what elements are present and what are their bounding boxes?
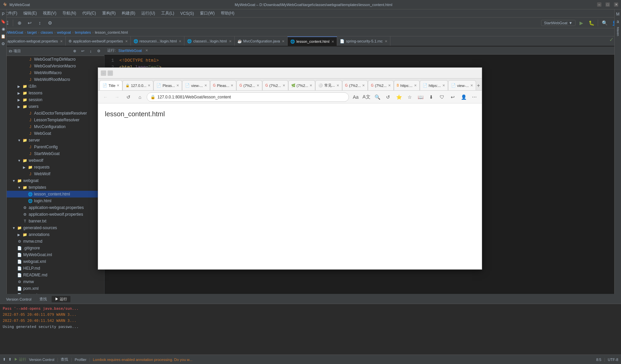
- tree-item-templates-folder[interactable]: ▼ 📁 templates: [7, 184, 104, 191]
- status-vcs[interactable]: Version Control: [29, 358, 54, 362]
- tree-btn-3[interactable]: ↕: [87, 48, 94, 55]
- bottom-tab-versioncontrol[interactable]: Version Control: [3, 297, 35, 302]
- browser-tool-reader[interactable]: 📖: [416, 92, 425, 102]
- tree-item-generated-sources[interactable]: ▼ 📁 generated-sources: [7, 224, 104, 231]
- tree-item-webwolfmacro[interactable]: J WebWolfMacro: [7, 69, 104, 76]
- tab-mvcconfiguration[interactable]: ☕ MvcConfiguration.java ✕: [235, 36, 288, 46]
- debug-button[interactable]: 🐛: [587, 19, 596, 27]
- menu-view[interactable]: 视图(V): [40, 10, 59, 17]
- browser-tab-close-8[interactable]: ✕: [309, 84, 312, 87]
- tree-item-users[interactable]: ▶ 📁 users: [7, 103, 104, 110]
- browser-tab-view-2[interactable]: 📄 view-... ✕: [448, 80, 476, 90]
- browser-minimize-button[interactable]: –: [101, 70, 106, 76]
- run-config-selector[interactable]: StartWebGoat ▼: [541, 20, 575, 26]
- browser-tab-7pc2-2[interactable]: G (7%2... ✕: [262, 80, 288, 90]
- tree-item-mvnw-cmd[interactable]: ⚙ mvnw.cmd: [7, 238, 104, 245]
- sidebar-icon-2[interactable]: 🔖: [0, 18, 7, 25]
- tree-item-startwebgoat[interactable]: J StartWebGoat: [7, 150, 104, 157]
- tree-item-lesson-content[interactable]: 🌐 lesson_content.html: [7, 191, 104, 198]
- breadcrumb-webgoat[interactable]: webgoat: [57, 30, 71, 34]
- browser-tool-3[interactable]: 🔍: [373, 92, 382, 102]
- tab-classes-login[interactable]: 🌐 classes\...\login.html ✕: [184, 36, 234, 46]
- tree-item-webgoattmpdirmacro[interactable]: J WebGoatTmpDirMacro: [7, 56, 104, 63]
- menu-window[interactable]: 窗口(W): [197, 10, 217, 17]
- bottom-tab-find[interactable]: 查找: [36, 296, 50, 302]
- tree-item-help-md[interactable]: 📄 HELP.md: [7, 265, 104, 272]
- browser-tab-close-14[interactable]: ✕: [470, 84, 473, 87]
- run-button[interactable]: ▶: [577, 19, 586, 27]
- menu-build[interactable]: 构建(B): [119, 10, 138, 17]
- status-profiler[interactable]: Profiler: [75, 358, 87, 362]
- toolbar-btn-3[interactable]: ↕: [35, 19, 44, 27]
- right-sidebar-icon-v[interactable]: Maven: [615, 26, 621, 37]
- browser-tab-please-1[interactable]: 📄 Pleas... ✕: [153, 80, 182, 90]
- browser-tab-127[interactable]: 🔒 127.0.0... ✕: [122, 80, 153, 90]
- tree-btn-2[interactable]: ↩: [79, 48, 86, 55]
- tab-close-1[interactable]: ✕: [60, 39, 63, 43]
- breadcrumb-classes[interactable]: classes: [40, 30, 53, 34]
- tab-close-6[interactable]: ✕: [331, 40, 334, 43]
- tree-item-webgoat-class[interactable]: J WebGoat: [7, 130, 104, 137]
- sidebar-icon-1[interactable]: P: [0, 11, 7, 18]
- menu-run[interactable]: 运行(U): [139, 10, 158, 17]
- menu-edit[interactable]: 编辑(E): [21, 10, 39, 17]
- right-sidebar-icon-2[interactable]: a: [615, 18, 621, 25]
- breadcrumb-target[interactable]: target: [27, 30, 37, 34]
- bottom-tab-run[interactable]: ▶ 运行: [52, 296, 70, 302]
- tab-close-4[interactable]: ✕: [229, 39, 232, 43]
- browser-home-button[interactable]: ⌂: [135, 92, 145, 102]
- browser-tab-7pc2-5[interactable]: G (7%2... ✕: [368, 80, 394, 90]
- tree-item-webwolf-class[interactable]: J WebWolf: [7, 171, 104, 177]
- tab-close-2[interactable]: ✕: [125, 39, 128, 43]
- menu-vcs[interactable]: VCS(S): [178, 10, 197, 17]
- browser-tab-https-1[interactable]: B https:... ✕: [394, 80, 420, 90]
- tree-item-annotations[interactable]: ▶ 📁 annotations: [7, 231, 104, 238]
- browser-tab-please-2[interactable]: G Pleas... ✕: [210, 80, 236, 90]
- tree-item-lessontemplate[interactable]: J LessonTemplateResolver: [7, 117, 104, 123]
- browser-tab-close-2[interactable]: ✕: [148, 84, 150, 87]
- browser-new-tab-button[interactable]: +: [477, 81, 480, 90]
- tree-item-mvcconfiguration[interactable]: J MvcConfiguration: [7, 123, 104, 130]
- tab-close-3[interactable]: ✕: [179, 39, 181, 43]
- tree-item-login-html[interactable]: 🌐 login.html: [7, 198, 104, 204]
- browser-tab-close-10[interactable]: ✕: [362, 84, 365, 87]
- menu-navigate[interactable]: 导航(N): [60, 10, 79, 17]
- browser-tab-close-4[interactable]: ✕: [204, 84, 207, 87]
- tree-item-webwolfrootmacro[interactable]: J WebWolfRootMacro: [7, 76, 104, 83]
- browser-back-button[interactable]: ←: [101, 92, 110, 102]
- tree-item-i18n[interactable]: ▶ 📁 i18n: [7, 83, 104, 90]
- tree-item-webwolf[interactable]: ▼ 📁 webwolf: [7, 157, 104, 164]
- browser-tab-close-5[interactable]: ✕: [231, 84, 233, 87]
- browser-reload-button[interactable]: ↺: [124, 92, 133, 102]
- tab-lesson-content[interactable]: 🌐 lesson_content.html ✕: [288, 36, 337, 46]
- browser-tab-7pc2-4[interactable]: G (7%2... ✕: [342, 80, 368, 90]
- browser-tab-7pc2-1[interactable]: G (7%2... ✕: [236, 80, 262, 90]
- browser-menu-button[interactable]: ⋯: [470, 92, 479, 102]
- browser-tab-close-13[interactable]: ✕: [442, 84, 445, 87]
- tree-settings[interactable]: ⚙: [95, 48, 102, 55]
- browser-url-box[interactable]: 🔒 127.0.0.1:8081/WebGoat/lesson_content: [147, 92, 349, 102]
- settings-button[interactable]: ⚙: [46, 19, 54, 27]
- maximize-button[interactable]: □: [605, 2, 610, 7]
- tree-item-pom-xml[interactable]: 📄 pom.xml: [7, 285, 104, 292]
- tree-item-lessons[interactable]: ▶ 📁 lessons: [7, 90, 104, 96]
- close-button[interactable]: ✕: [614, 2, 618, 7]
- browser-tab-https-2[interactable]: 📄 https:... ✕: [420, 80, 448, 90]
- tab-application-webwolf-properties[interactable]: ⚙ application-webwolf.properties ✕: [66, 36, 131, 46]
- sidebar-icon-5[interactable]: ⚙: [0, 40, 7, 47]
- browser-tab-close-6[interactable]: ✕: [257, 84, 259, 87]
- search-button[interactable]: 🔍: [600, 19, 609, 27]
- browser-tool-2[interactable]: A文: [362, 92, 371, 102]
- tree-item-webgoatversionmacro[interactable]: J WebGoatVersionMacro: [7, 63, 104, 69]
- tree-item-app-webwolf-props[interactable]: ⚙ application-webwolf.properties: [7, 211, 104, 218]
- menu-refactor[interactable]: 重构(R): [99, 10, 119, 17]
- toolbar-btn-2[interactable]: ↩: [25, 19, 34, 27]
- breadcrumb-templates[interactable]: templates: [75, 30, 91, 34]
- browser-tab-title[interactable]: 📄 Title ✕: [99, 80, 122, 90]
- browser-tab-close-12[interactable]: ✕: [414, 84, 417, 87]
- browser-tool-8[interactable]: 👤: [459, 92, 468, 102]
- tree-item-gitignore[interactable]: 📄 .gitignore: [7, 245, 104, 251]
- tree-item-banner[interactable]: T banner.txt: [7, 218, 104, 224]
- tree-item-app-webgoat-props[interactable]: ⚙ application-webgoat.properties: [7, 204, 104, 211]
- browser-tab-7pc2-3[interactable]: 🌿 (7%2... ✕: [288, 80, 316, 90]
